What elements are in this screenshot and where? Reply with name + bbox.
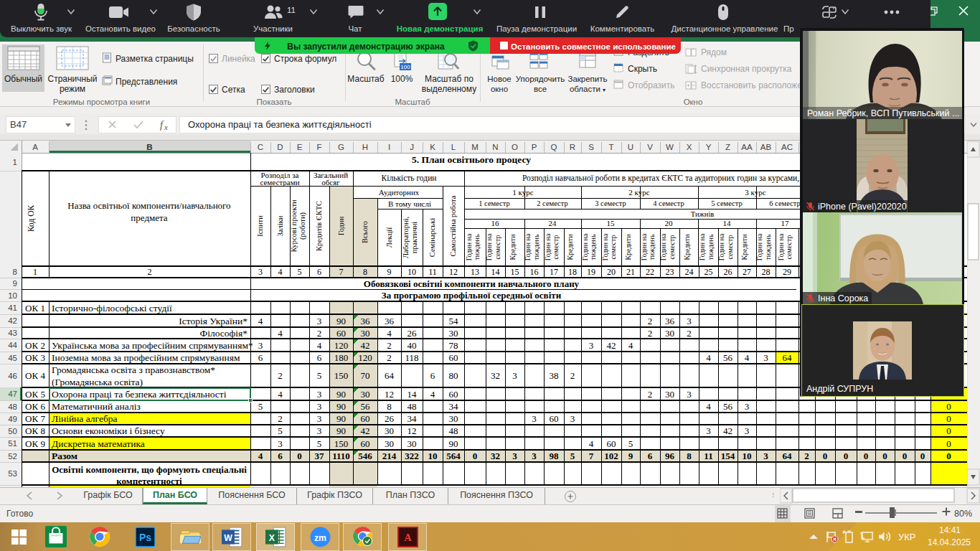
svg-text:546: 546 <box>358 451 372 461</box>
svg-text:16: 16 <box>530 267 539 277</box>
svg-text:Годин на: Годин на <box>717 233 725 260</box>
svg-text:W: W <box>224 533 232 543</box>
svg-text:ОК 3: ОК 3 <box>25 352 45 363</box>
svg-text:Годин на: Годин на <box>544 233 552 260</box>
svg-text:2: 2 <box>278 413 283 424</box>
svg-text:Охорона праці та безпека життє: Охорона праці та безпека життєдіяльності <box>52 389 227 400</box>
svg-text:0: 0 <box>473 451 478 461</box>
svg-text:120: 120 <box>334 340 349 351</box>
svg-text:3: 3 <box>687 316 692 326</box>
svg-text:80: 80 <box>449 370 458 381</box>
svg-text:19: 19 <box>587 267 595 277</box>
svg-text:60: 60 <box>336 328 346 339</box>
svg-text:практичні: практичні <box>410 222 418 254</box>
svg-text:AB: AB <box>760 143 772 151</box>
svg-text:1 семестр: 1 семестр <box>479 199 510 207</box>
svg-text:3: 3 <box>317 389 322 400</box>
svg-text:20: 20 <box>665 219 674 227</box>
svg-text:3: 3 <box>532 451 537 461</box>
svg-text:90: 90 <box>336 316 346 326</box>
svg-text:Лекції: Лекції <box>385 227 393 248</box>
svg-text:предмета: предмета <box>131 212 168 223</box>
svg-text:(Громадянська освіта): (Громадянська освіта) <box>52 377 143 387</box>
svg-text:семестр: семестр <box>494 235 501 260</box>
svg-text:90: 90 <box>336 401 346 412</box>
svg-text:0: 0 <box>882 451 887 461</box>
svg-text:Годин на: Годин на <box>601 233 609 260</box>
svg-text:24: 24 <box>685 267 694 277</box>
svg-text:12: 12 <box>407 425 417 436</box>
svg-text:3: 3 <box>745 401 750 412</box>
svg-text:78: 78 <box>449 340 458 351</box>
svg-text:5: 5 <box>258 401 263 412</box>
svg-text:4: 4 <box>589 438 594 449</box>
svg-text:12: 12 <box>385 389 394 400</box>
svg-text:60: 60 <box>449 389 458 400</box>
svg-text:Філософія*: Філософія* <box>200 328 248 339</box>
svg-text:6: 6 <box>648 451 653 461</box>
svg-text:42: 42 <box>8 316 17 325</box>
svg-text:3: 3 <box>570 413 575 424</box>
svg-text:0: 0 <box>844 451 849 461</box>
svg-text:90: 90 <box>336 413 346 424</box>
svg-text:3: 3 <box>532 413 537 424</box>
svg-text:0: 0 <box>946 451 951 461</box>
svg-text:48: 48 <box>449 425 458 436</box>
svg-text:0: 0 <box>946 438 951 449</box>
svg-text:4: 4 <box>745 352 750 363</box>
svg-text:Ps: Ps <box>139 532 151 543</box>
svg-text:3: 3 <box>512 370 517 381</box>
svg-text:14: 14 <box>407 389 418 400</box>
svg-text:Українська мова за професійним: Українська мова за професійним спрямуван… <box>52 340 253 351</box>
svg-text:Розподіл навчальної роботи в к: Розподіл навчальної роботи в кредитах ЄК… <box>522 174 799 183</box>
svg-text:60: 60 <box>449 352 458 363</box>
svg-text:Годин на: Годин на <box>777 233 785 260</box>
svg-text:30: 30 <box>361 389 370 400</box>
svg-text:9: 9 <box>13 279 17 288</box>
svg-text:7: 7 <box>339 267 344 277</box>
svg-text:A: A <box>404 532 412 543</box>
svg-text:0: 0 <box>946 425 951 436</box>
svg-text:64: 64 <box>783 352 793 363</box>
svg-text:5: 5 <box>570 451 575 461</box>
svg-text:Іноземна мова за професійним с: Іноземна мова за професійним спрямування… <box>52 352 240 363</box>
svg-text:40: 40 <box>407 340 417 351</box>
svg-text:3: 3 <box>763 352 768 363</box>
svg-text:32: 32 <box>491 370 500 381</box>
svg-text:Курсові проекти: Курсові проекти <box>290 199 298 253</box>
svg-text:Годин: Годин <box>337 216 345 235</box>
svg-text:36: 36 <box>665 316 675 326</box>
svg-text:11: 11 <box>704 451 712 461</box>
svg-text:тиждень: тиждень <box>589 234 597 260</box>
svg-text:Кількість годин: Кількість годин <box>382 174 437 183</box>
svg-text:2: 2 <box>387 352 392 363</box>
svg-text:семестр: семестр <box>609 235 617 260</box>
svg-text:N: N <box>492 143 498 151</box>
svg-text:E: E <box>297 143 303 151</box>
svg-text:1110: 1110 <box>332 451 350 461</box>
svg-text:2: 2 <box>570 370 575 381</box>
svg-text:96: 96 <box>665 451 675 461</box>
svg-text:6: 6 <box>430 370 435 381</box>
svg-text:обсяг: обсяг <box>321 178 340 187</box>
svg-text:8: 8 <box>13 268 17 276</box>
svg-text:9: 9 <box>387 267 392 277</box>
svg-text:Історія України*: Історія України* <box>179 316 248 326</box>
svg-text:3: 3 <box>317 316 322 326</box>
svg-text:zm: zm <box>314 533 326 543</box>
svg-text:Аудиторних: Аудиторних <box>379 188 420 197</box>
svg-text:3: 3 <box>745 425 750 436</box>
svg-text:50: 50 <box>8 427 17 435</box>
svg-text:28: 28 <box>762 267 771 277</box>
svg-text:семестр: семестр <box>668 235 676 260</box>
svg-text:0: 0 <box>946 413 951 424</box>
svg-text:2: 2 <box>804 451 809 461</box>
svg-text:38: 38 <box>550 370 559 381</box>
svg-text:3: 3 <box>278 438 283 449</box>
svg-text:семестрами: семестрами <box>260 178 299 187</box>
svg-text:Разом: Разом <box>52 451 77 461</box>
svg-text:6: 6 <box>278 451 283 461</box>
svg-text:45: 45 <box>8 354 17 362</box>
svg-text:3 семестр: 3 семестр <box>595 199 626 207</box>
svg-text:Кредити: Кредити <box>624 234 632 260</box>
